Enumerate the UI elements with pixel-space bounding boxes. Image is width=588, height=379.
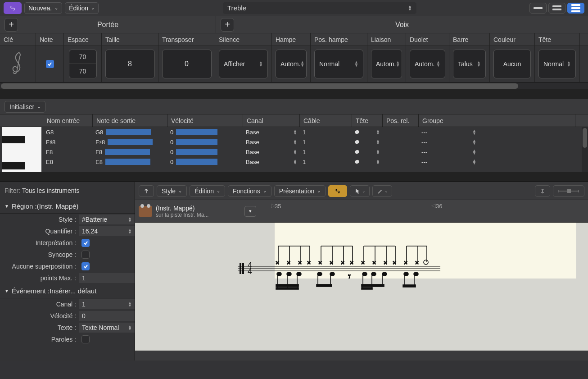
col-groupe[interactable]: Groupe (419, 114, 575, 127)
stepper-icon[interactable]: ▲▼ (472, 149, 476, 155)
initialiser-menu[interactable]: Initialiser⌄ (5, 101, 45, 113)
transposer-field[interactable]: 0 (162, 50, 212, 78)
ruler-marker-36: 36 (436, 203, 442, 210)
edition-menu[interactable]: Édition⌄ (65, 2, 99, 14)
svg-text:×: × (307, 259, 311, 266)
style-select[interactable]: #Batterie▲▼ (79, 215, 135, 224)
staff-style-select[interactable]: Treble ▲▼ (223, 2, 416, 14)
col-cable[interactable]: Câble (300, 114, 352, 127)
filter-select[interactable]: Filter: Tous les instruments (0, 182, 135, 199)
stepper-icon[interactable]: ▲▼ (293, 159, 297, 164)
pointer-tool[interactable]: ⌄ (350, 185, 370, 197)
hdr-hampe: Hampe (272, 33, 311, 46)
interpretation-checkbox[interactable] (81, 239, 90, 247)
stepper-icon[interactable]: ▲▼ (293, 139, 297, 145)
score-link-button[interactable] (328, 185, 347, 197)
stepper-icon[interactable]: ▲▼ (376, 159, 380, 164)
table-row[interactable]: F8 F8 0 Base▲▼ 1 ▲▼ ---▲▼ (43, 147, 582, 157)
couleur-select[interactable]: Aucun (493, 50, 531, 78)
hdr-duolet: Duolet (406, 33, 449, 46)
syncope-checkbox[interactable] (81, 251, 90, 259)
score-footer (135, 351, 588, 361)
fonctions-menu[interactable]: Fonctions⌄ (228, 185, 271, 197)
track-dropdown[interactable]: ▾ (244, 206, 256, 217)
view-mode-3[interactable] (567, 3, 584, 14)
region-section-toggle[interactable]: ▼ Région : (Instr. Mappé) (0, 199, 135, 214)
nouveau-menu[interactable]: Nouvea.⌄ (24, 2, 62, 14)
svg-text:×: × (384, 259, 387, 266)
poshampe-select[interactable]: Normal▲▼ (314, 50, 363, 78)
col-pos[interactable]: Pos. rel. (383, 114, 419, 127)
vel-slider[interactable] (176, 149, 217, 155)
col-nom[interactable]: Nom entrée (43, 114, 93, 127)
stepper-icon[interactable]: ▲▼ (472, 159, 476, 164)
stepper-icon[interactable]: ▲▼ (376, 129, 380, 135)
quantifier-select[interactable]: 16,24▲▼ (79, 226, 135, 236)
presentation-menu[interactable]: Présentation⌄ (274, 185, 326, 197)
superposition-checkbox[interactable] (81, 262, 90, 270)
h-scrollbar[interactable] (0, 82, 588, 89)
col-tete[interactable]: Tête (352, 114, 383, 127)
vel-slider[interactable] (176, 129, 217, 135)
stepper-icon[interactable]: ▲▼ (376, 139, 380, 145)
taille-field[interactable]: 8 (105, 50, 155, 78)
view-mode-1[interactable] (529, 3, 547, 14)
paroles-checkbox[interactable] (81, 335, 90, 343)
play-marker-icon[interactable]: ▷ (271, 202, 276, 209)
liaison-select[interactable]: Autom.▲▼ (371, 50, 402, 78)
style-menu[interactable]: Style⌄ (157, 185, 187, 197)
out-slider[interactable] (105, 159, 150, 165)
add-voice-button[interactable]: + (221, 18, 234, 32)
hdr-espace: Espace (64, 33, 102, 46)
score-area[interactable]: 4 4 × × × × × × × × (135, 223, 588, 361)
v-scrollbar[interactable] (582, 127, 588, 172)
drumkit-icon (139, 206, 152, 217)
stepper-icon[interactable]: ▲▼ (376, 149, 380, 155)
out-slider[interactable] (106, 129, 151, 135)
espace-top-field[interactable]: 70 (69, 50, 97, 64)
stepper-icon[interactable]: ▲▼ (293, 149, 297, 155)
link-button[interactable] (4, 2, 22, 14)
vert-zoom[interactable] (535, 185, 550, 197)
edition2-menu[interactable]: Édition⌄ (190, 185, 225, 197)
disclosure-down-icon: ▼ (5, 288, 9, 293)
add-staff-button[interactable]: + (5, 18, 18, 32)
silence-select[interactable]: Afficher▲▼ (219, 50, 268, 78)
table-row[interactable]: E8 E8 0 Base▲▼ 1 ▲▼ ---▲▼ (43, 157, 582, 167)
stepper-icon[interactable]: ▲▼ (293, 129, 297, 135)
canal-field[interactable]: 1▲▼ (79, 299, 135, 309)
col-canal[interactable]: Canal (243, 114, 300, 127)
col-sortie[interactable]: Note de sortie (93, 114, 167, 127)
loop-end-icon[interactable]: ◁ (431, 202, 436, 209)
piano-keyboard[interactable] (2, 127, 41, 172)
view-mode-2[interactable] (548, 3, 565, 14)
out-slider[interactable] (105, 149, 150, 155)
pointer-icon (354, 188, 361, 194)
note-checkbox[interactable] (36, 46, 64, 82)
horiz-zoom[interactable] (553, 185, 584, 197)
duolet-select[interactable]: Autom.▲▼ (410, 50, 445, 78)
barre-select[interactable]: Talus▲▼ (453, 50, 486, 78)
stepper-icon[interactable]: ▲▼ (472, 129, 476, 135)
vel-slider[interactable] (176, 159, 217, 165)
event-section-toggle[interactable]: ▼ Événement : Insérer... défaut (0, 284, 135, 298)
texte-select[interactable]: Texte Normal▲▼ (79, 323, 135, 333)
svg-point-68 (414, 272, 418, 276)
stepper-icon[interactable]: ▲▼ (472, 139, 476, 145)
hampe-select[interactable]: Autom.▲▼ (276, 50, 307, 78)
hdr-transposer: Transposer (158, 33, 215, 46)
points-max-field[interactable]: 1 (79, 273, 135, 283)
pen-tool[interactable]: ⌄ (372, 185, 392, 197)
up-arrow-icon (143, 188, 149, 194)
espace-bot-field[interactable]: 70 (69, 64, 97, 78)
table-row[interactable]: F♯8 F♯8 0 Base▲▼ 1 ▲▼ ---▲▼ (43, 137, 582, 147)
out-slider[interactable] (108, 139, 153, 145)
clef-selector[interactable] (0, 46, 36, 82)
velocite-field[interactable]: 0 (79, 311, 135, 321)
edition-label: Édition (69, 5, 88, 12)
back-button[interactable] (139, 185, 154, 197)
tete-select[interactable]: Normal▲▼ (538, 50, 576, 78)
col-vel[interactable]: Vélocité (167, 114, 243, 127)
table-row[interactable]: G8 G8 0 Base▲▼ 1 ▲▼ ---▲▼ (43, 127, 582, 137)
vel-slider[interactable] (176, 139, 217, 145)
